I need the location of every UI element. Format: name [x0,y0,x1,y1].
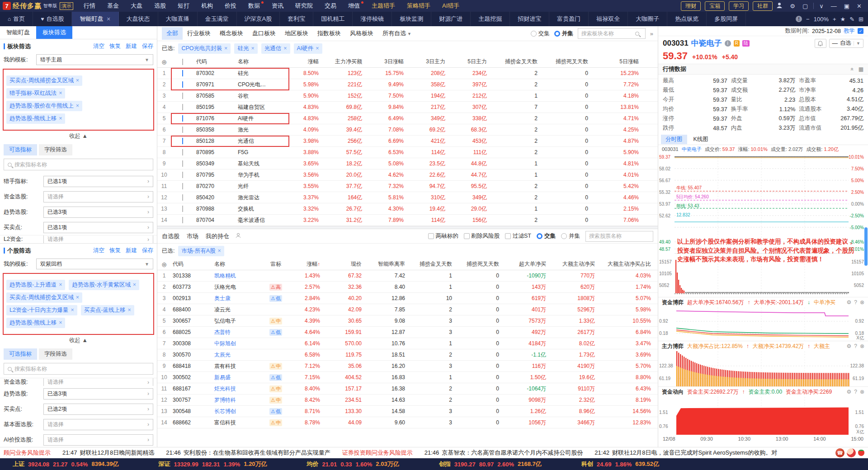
menu-item[interactable]: 研究院 [289,0,319,12]
nav-item[interactable]: 福禄双全 [589,12,628,26]
stock-row[interactable]: 2603773沃格光电⚠高2.57%32.368.4010143万620万1.7… [157,282,658,293]
action-恢复[interactable]: 恢复 [109,247,121,254]
board-row[interactable]: 13870988交换机3.32%26.7亿4.30%19.4亿29.0亿102.… [157,203,658,215]
time-chart[interactable]: 59.3758.0256.6755.3253.9752.6249.4048.57… [658,153,868,297]
stock-row[interactable]: 5300657弘信电子⚠中4.39%30.659.08307573万1.33亿1… [157,315,658,327]
condition-chip[interactable]: L2资金-十日内主力爆量× [6,305,77,315]
row-checkbox[interactable] [182,206,183,212]
selected-chip[interactable]: 硅光× [234,43,257,54]
nav-item[interactable]: 国机精工 [313,12,353,26]
nav-item[interactable]: 招财进宝 [510,12,549,26]
index-item-科创[interactable]: 科创24.691.86%639.52亿 [581,460,659,468]
selected-chip[interactable]: 市场-所有A股× [178,246,224,256]
collapse-toggle[interactable]: 收起 ▲ [0,335,157,346]
gear-icon[interactable]: ⚙ [846,389,851,395]
board-filter-tab-风格板块[interactable]: 风格板块 [345,27,378,40]
column-header[interactable]: 大额主动净买占比 [597,260,653,268]
stock-row[interactable]: 6688025杰普特⚠低4.64%159.9112.8730492万2617万6… [157,327,658,338]
nav-item[interactable]: 大盘状态 [119,12,158,26]
condition-chip[interactable]: 趋势选股-上升通道× [6,280,65,290]
stock-row[interactable]: 14688662富信科技⚠中8.78%44.099.60301056万3466万… [157,417,658,428]
help-icon[interactable]: ? [854,389,857,395]
stock-tab-自选股[interactable]: 自选股 [162,232,179,240]
row-checkbox[interactable] [182,81,183,88]
board-filter-tab-全部[interactable]: 全部 [162,27,183,40]
stock-row[interactable]: 1301338凯格精机1.43%67.327.4210-1090万770万4.0… [157,270,658,282]
nav-item[interactable]: 大咖圈子 [628,12,667,26]
nav-item[interactable]: 富贵盈门 [549,12,589,26]
stock-tab-我的持仓[interactable]: 我的持仓 [206,232,229,240]
column-header[interactable]: 3日主力 [406,58,447,66]
board-search-input[interactable]: 搜索板块名称 [578,28,646,39]
column-header[interactable]: 捕捞死叉天数 [539,58,590,66]
template-select[interactable]: 双紫回档▼ [36,258,153,269]
board-row[interactable]: 6850358激光4.09%39.4亿7.08%69.2亿68.3亿204.25… [157,124,658,136]
menu-item[interactable]: 主题猎手 [366,0,401,12]
minimize-button[interactable]: — [831,3,837,9]
subtab-字段筛选[interactable]: 字段筛选 [39,348,72,360]
stock-name[interactable]: 中瓷电子 [691,38,722,48]
board-row[interactable]: 3870585谷歌5.90%152亿7.50%194亿212亿104.18% [157,90,658,102]
column-header[interactable]: 雷标 [263,260,288,268]
stock-row[interactable]: 7300308中际旭创6.14%570.0010.76104184万8.02亿3… [157,338,658,349]
expand-columns-icon[interactable]: » [650,30,653,37]
field-select[interactable]: 已选2项› [43,404,153,415]
indicator-search-input[interactable]: 搜索指标名称 [4,159,153,170]
field-select[interactable]: 已选3项› [43,207,153,218]
row-checkbox[interactable] [182,172,183,178]
selected-chip[interactable]: AI硬件× [294,43,322,54]
remove-chip-icon[interactable]: × [71,307,74,313]
field-select[interactable]: 请选择› [43,235,153,243]
board-row[interactable]: 12850420激光雷达3.37%164亿5.81%310亿349亿204.46… [157,192,658,203]
subtab-字段筛选[interactable]: 字段筛选 [39,144,72,155]
column-header[interactable]: 超大单净买 [501,260,548,268]
radio-union[interactable]: 并集 [561,232,580,240]
column-header[interactable]: 大额主动净买 [548,260,597,268]
teach-link[interactable]: 教学 [844,27,855,35]
condition-chip[interactable]: 趋势选股-熊线上移× [6,318,65,328]
condition-chip[interactable]: 买卖点-周线捕捞金叉区域× [6,75,82,86]
grid-icon[interactable]: ▦ [859,66,863,72]
stock-row[interactable]: 4688400凌云光4.23%42.097.8520401万5296万5.98% [157,304,658,315]
menu-item[interactable]: 机构 [195,0,219,12]
column-header[interactable]: 捕捞死叉天数 [454,260,501,268]
board-row[interactable]: 4850195福建自贸区4.83%69.8亿9.84%217亿307亿7013.… [157,102,658,113]
condition-chip[interactable]: 趋势选股-股价在牛熊线上× [6,101,82,111]
panel-splitter[interactable] [157,226,658,229]
remove-chip-icon[interactable]: × [128,307,131,313]
column-header[interactable]: 捕捞金叉天数 [489,58,539,66]
selected-chip[interactable]: 光通信× [261,43,290,54]
remove-chip-icon[interactable]: × [76,77,79,84]
window-mode-icon[interactable]: ▢ [802,3,808,9]
tab-kline-chart[interactable]: K线图 [689,135,713,144]
remove-chip-icon[interactable]: × [59,282,62,288]
column-header[interactable]: 现价 [322,260,363,268]
tab-time-chart[interactable]: 分时图 [661,135,687,144]
condition-chip[interactable]: 买卖点-蓝线上移× [81,305,134,315]
nav-item[interactable]: 沪深京A股 [237,12,280,26]
remove-chip-icon[interactable]: × [316,45,319,52]
remove-chip-icon[interactable]: × [133,282,136,288]
field-select[interactable]: 请选择› [43,378,153,386]
board-filter-tab-所有自选[interactable]: 所有自选▼ [378,27,416,40]
alert-bell-icon[interactable] [815,39,826,48]
close-button[interactable]: ✕ [857,3,862,9]
field-select[interactable]: 请选择› [43,419,153,430]
row-checkbox[interactable] [182,149,183,155]
row-checkbox[interactable] [182,104,183,110]
close-icon[interactable]: ⊗ [860,343,864,349]
field-select[interactable]: 请选择› [43,191,153,202]
column-header[interactable]: 代码 [171,260,212,268]
column-header[interactable]: 智能乖离率 [363,260,407,268]
row-checkbox[interactable] [182,160,183,167]
action-恢复[interactable]: 恢复 [109,42,121,50]
nav-item[interactable]: 热点纵览 [667,12,707,26]
stock-search-input[interactable]: 搜索股票名称 [585,231,653,242]
stock-row[interactable]: 13300548长芯博创⚠低8.71%133.3014.58301.26亿8.9… [157,406,658,417]
news-item[interactable]: 21:46京基智农：六名高管自愿承诺六个月内不减持公司股份 [425,449,583,457]
column-header[interactable]: 捕捞金叉天数 [407,260,454,268]
column-header[interactable]: 主力净买额 [321,58,364,66]
pill-button-理财[interactable]: 理财 [681,1,701,11]
board-filter-tab-指数板块[interactable]: 指数板块 [313,27,345,40]
pill-button-社群[interactable]: 社群 [753,1,773,11]
